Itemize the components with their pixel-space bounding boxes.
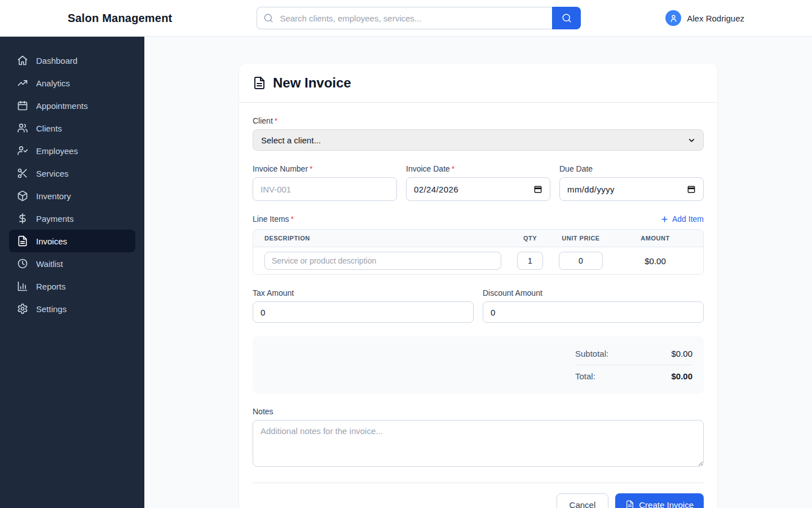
due-date-value: mm/dd/yyyy	[567, 185, 615, 194]
sidebar-item-appointments[interactable]: Appointments	[9, 94, 135, 117]
users-icon	[17, 122, 28, 134]
invoice-number-group: Invoice Number*	[253, 164, 397, 201]
total-row: Total: $0.00	[575, 365, 692, 384]
sidebar-item-label: Invoices	[36, 237, 67, 246]
search-input[interactable]	[257, 7, 552, 29]
home-icon	[17, 55, 28, 66]
notes-textarea[interactable]	[253, 420, 704, 467]
main-content: New Invoice Client* Select a client... I…	[144, 37, 812, 508]
invoice-date-value: 02/24/2026	[414, 185, 458, 194]
sidebar-item-services[interactable]: Services	[9, 162, 135, 185]
invoice-date-label: Invoice Date*	[406, 164, 550, 173]
search-icon	[562, 13, 572, 23]
invoice-meta-row: Invoice Number* Invoice Date* 02/24/2026…	[253, 164, 704, 201]
invoice-number-label: Invoice Number*	[253, 164, 397, 173]
new-invoice-card: New Invoice Client* Select a client... I…	[239, 64, 717, 508]
client-select[interactable]: Select a client...	[253, 129, 704, 151]
sidebar-item-label: Waitlist	[36, 259, 63, 269]
calendar-icon[interactable]	[533, 185, 542, 194]
file-text-icon	[625, 500, 634, 508]
subtotal-row: Subtotal: $0.00	[575, 345, 692, 365]
notes-group: Notes	[253, 407, 704, 469]
sidebar-item-reports[interactable]: Reports	[9, 275, 135, 297]
app-title: Salon Management	[68, 12, 172, 25]
item-unit-price-input[interactable]	[559, 252, 603, 270]
discount-amount-input[interactable]	[483, 301, 704, 323]
line-item-row: $0.00	[253, 247, 703, 274]
notes-label: Notes	[253, 407, 704, 416]
required-marker: *	[291, 214, 294, 224]
sidebar-item-waitlist[interactable]: Waitlist	[9, 252, 135, 275]
clock-icon	[17, 258, 28, 269]
global-search	[257, 7, 581, 29]
search-button[interactable]	[552, 7, 581, 29]
user-menu[interactable]: Alex Rodriguez	[665, 10, 744, 26]
tax-amount-input[interactable]	[253, 301, 474, 323]
column-header-description: Description	[264, 235, 501, 242]
total-value: $0.00	[671, 371, 692, 381]
search-icon	[263, 13, 273, 23]
invoice-date-field[interactable]: 02/24/2026	[406, 177, 550, 201]
trending-up-icon	[17, 77, 28, 89]
sidebar-item-invoices[interactable]: Invoices	[9, 230, 135, 252]
total-label: Total:	[575, 371, 595, 381]
top-header: Salon Management Alex Rodriguez	[0, 0, 812, 37]
subtotal-value: $0.00	[671, 349, 692, 358]
form-actions: Cancel Create Invoice	[253, 483, 704, 508]
due-date-group: Due Date mm/dd/yyyy	[559, 164, 704, 201]
bar-chart-icon	[17, 281, 28, 292]
sidebar-item-clients[interactable]: Clients	[9, 117, 135, 139]
create-invoice-button[interactable]: Create Invoice	[615, 493, 704, 508]
sidebar-item-label: Settings	[36, 304, 67, 314]
plus-icon	[660, 215, 669, 224]
sidebar-item-dashboard[interactable]: Dashboard	[9, 49, 135, 72]
sidebar-item-analytics[interactable]: Analytics	[9, 72, 135, 94]
chevron-down-icon	[688, 137, 695, 144]
calendar-icon[interactable]	[687, 185, 696, 194]
sidebar-item-label: Inventory	[36, 191, 71, 201]
line-items-label: Line Items*	[253, 214, 294, 224]
sidebar-item-label: Appointments	[36, 101, 88, 111]
package-icon	[17, 190, 28, 202]
line-items-header: Line Items* Add Item	[253, 214, 704, 224]
sidebar-item-payments[interactable]: Payments	[9, 207, 135, 230]
file-text-icon	[253, 76, 266, 90]
sidebar-item-employees[interactable]: Employees	[9, 139, 135, 162]
scissors-icon	[17, 168, 28, 179]
item-qty-input[interactable]	[517, 252, 543, 270]
column-header-unit-price: Unit Price	[559, 235, 603, 242]
file-text-icon	[17, 235, 28, 247]
invoice-number-field[interactable]	[253, 177, 397, 201]
sidebar-item-inventory[interactable]: Inventory	[9, 185, 135, 207]
tax-group: Tax Amount	[253, 288, 474, 323]
client-field-group: Client* Select a client...	[253, 116, 704, 151]
invoice-date-group: Invoice Date* 02/24/2026	[406, 164, 550, 201]
card-header: New Invoice	[239, 64, 717, 103]
dollar-icon	[17, 213, 28, 224]
item-amount-value: $0.00	[619, 256, 692, 266]
sidebar-item-label: Payments	[36, 214, 74, 224]
required-marker: *	[452, 164, 454, 173]
sidebar-item-label: Clients	[36, 124, 62, 133]
due-date-label: Due Date	[559, 164, 704, 173]
sidebar: Dashboard Analytics Appointments Clients…	[0, 37, 144, 508]
discount-group: Discount Amount	[483, 288, 704, 323]
required-marker: *	[310, 164, 312, 173]
calendar-icon	[17, 100, 28, 111]
avatar	[665, 10, 681, 26]
required-marker: *	[275, 116, 277, 125]
sidebar-item-settings[interactable]: Settings	[9, 297, 135, 320]
line-items-table: Description Qty Unit Price Amount $0.00	[253, 229, 704, 275]
subtotal-label: Subtotal:	[575, 349, 608, 358]
sidebar-item-label: Employees	[36, 146, 78, 156]
due-date-field[interactable]: mm/dd/yyyy	[559, 177, 704, 201]
cancel-button[interactable]: Cancel	[557, 493, 609, 508]
adjustments-row: Tax Amount Discount Amount	[253, 288, 704, 323]
sidebar-item-label: Analytics	[36, 78, 70, 88]
add-item-button[interactable]: Add Item	[660, 214, 704, 224]
tax-label: Tax Amount	[253, 288, 474, 297]
item-description-input[interactable]	[264, 252, 501, 270]
client-select-value: Select a client...	[261, 135, 321, 145]
sidebar-item-label: Services	[36, 169, 69, 178]
user-name: Alex Rodriguez	[687, 14, 744, 23]
